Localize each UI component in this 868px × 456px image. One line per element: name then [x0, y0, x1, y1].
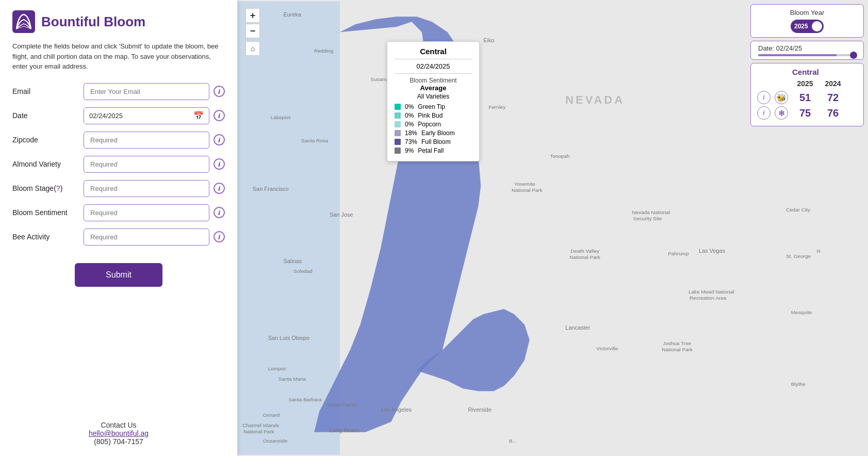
stats-bee-2025: 51	[792, 92, 818, 104]
description-text: Complete the fields below and click 'Sub…	[12, 41, 225, 72]
zoom-out-button[interactable]: −	[245, 24, 260, 38]
zoom-in-button[interactable]: +	[245, 8, 260, 23]
submit-row: Submit	[12, 263, 225, 287]
zipcode-info-icon[interactable]: i	[214, 134, 225, 145]
almond-variety-input[interactable]	[84, 156, 209, 173]
date-label: Date	[12, 111, 79, 120]
zoom-controls: + − ⌂	[245, 8, 260, 56]
email-row: Email i	[12, 83, 225, 100]
svg-text:Joshua Tree: Joshua Tree	[663, 340, 691, 346]
snowflake-icon: ❄	[775, 106, 788, 120]
stats-chill-info-icon[interactable]: i	[757, 106, 771, 120]
bee-icon: 🐝	[775, 91, 788, 104]
popup-date: 02/24/2025	[395, 62, 472, 74]
map-popup: Central 02/24/2025 Bloom Sentiment Avera…	[387, 41, 480, 161]
toggle-knob	[812, 21, 822, 31]
bloom-stage-label: Bloom Stage(?)	[12, 184, 79, 192]
bloom-stage-input[interactable]	[84, 180, 209, 197]
toggle-row: 2025	[758, 20, 856, 33]
svg-text:Lompoc: Lompoc	[268, 366, 286, 371]
bloom-sentiment-input[interactable]	[84, 204, 209, 221]
svg-text:NEVADA: NEVADA	[565, 93, 625, 106]
popup-legend: 0% Green Tip 0% Pink Bud 0% Popcorn 18% …	[395, 103, 472, 154]
stats-bee-row: i 🐝 51 72	[757, 91, 857, 104]
home-button[interactable]: ⌂	[245, 41, 260, 56]
svg-text:Lake Mead National: Lake Mead National	[689, 289, 734, 295]
legend-item: 0% Green Tip	[395, 103, 472, 110]
submit-button[interactable]: Submit	[75, 263, 162, 287]
svg-text:Channel Islands: Channel Islands	[242, 422, 279, 428]
calendar-icon[interactable]: 📅	[188, 108, 209, 124]
stats-chill-2024: 76	[820, 107, 846, 119]
stats-chill-2025: 75	[792, 107, 818, 119]
legend-pct: 9%	[405, 147, 414, 154]
svg-text:Eureka: Eureka	[283, 11, 302, 18]
svg-text:Eiko: Eiko	[483, 37, 494, 43]
contact-section: Contact Us hello@bountiful.ag (805) 704-…	[12, 421, 225, 446]
svg-text:Santa Maria: Santa Maria	[279, 376, 306, 382]
bloom-sentiment-label: Bloom Sentiment	[12, 208, 79, 217]
bloom-stage-info-icon[interactable]: i	[214, 183, 225, 194]
legend-color-swatch	[395, 121, 401, 127]
stats-year-2024: 2024	[820, 79, 846, 88]
legend-label: Green Tip	[418, 103, 445, 110]
contact-email[interactable]: hello@bountiful.ag	[89, 429, 149, 437]
svg-text:Cedar City: Cedar City	[786, 207, 810, 213]
date-slider[interactable]	[758, 54, 856, 56]
bloom-stage-question[interactable]: ?	[56, 184, 60, 192]
svg-text:Las Vegas: Las Vegas	[699, 248, 726, 254]
logo-row: Bountiful Bloom	[12, 10, 225, 33]
stats-year-2025: 2025	[792, 79, 818, 88]
legend-label: Petal Fall	[418, 147, 444, 154]
stats-box: Central 2025 2024 i 🐝 51 72 i ❄ 75 7	[750, 63, 864, 126]
svg-text:Santa Rosa: Santa Rosa	[301, 138, 328, 143]
svg-text:National Park: National Park	[662, 347, 693, 352]
bee-activity-input[interactable]	[84, 229, 209, 246]
svg-rect-3	[237, 2, 340, 455]
svg-text:Victorville: Victorville	[596, 346, 618, 351]
svg-text:National Park: National Park	[243, 429, 274, 434]
legend-pct: 0%	[405, 121, 414, 128]
legend-label: Early Bloom	[421, 129, 455, 137]
bloom-year-toggle[interactable]: 2025	[791, 20, 824, 33]
bee-activity-info-icon[interactable]: i	[214, 231, 225, 242]
date-input[interactable]	[84, 108, 188, 124]
svg-text:Redding: Redding	[314, 48, 333, 54]
bloom-stage-row: Bloom Stage(?) i	[12, 180, 225, 197]
bloom-year-box: Bloom Year 2025	[750, 4, 864, 38]
stats-header: Central	[757, 68, 857, 76]
top-right-panel: Bloom Year 2025 Date: 02/24/25 Central	[750, 4, 864, 126]
svg-text:Nevada National: Nevada National	[632, 209, 670, 215]
stats-bee-info-icon[interactable]: i	[757, 91, 771, 104]
popup-average-label: Average	[395, 84, 472, 92]
email-input[interactable]	[84, 83, 209, 100]
svg-text:Blythe: Blythe	[791, 381, 806, 387]
svg-text:Security Site: Security Site	[633, 216, 662, 221]
bloom-sentiment-info-icon[interactable]: i	[214, 207, 225, 218]
svg-text:Recreation Area: Recreation Area	[690, 295, 727, 301]
email-info-icon[interactable]: i	[214, 86, 225, 97]
svg-text:San Luis Obispo: San Luis Obispo	[268, 335, 309, 341]
svg-text:Santa Clarita: Santa Clarita	[327, 402, 357, 408]
zipcode-input[interactable]	[84, 132, 209, 149]
legend-item: 0% Popcorn	[395, 121, 472, 128]
svg-text:Oxnard: Oxnard	[263, 412, 280, 418]
legend-label: Pink Bud	[418, 112, 443, 119]
svg-text:B...: B...	[509, 438, 517, 444]
almond-variety-info-icon[interactable]: i	[214, 158, 225, 170]
zipcode-row: Zipcode i	[12, 132, 225, 149]
email-label: Email	[12, 87, 79, 95]
map-area[interactable]: Eureka Redding Susanville Eiko Lakeport …	[237, 0, 868, 456]
date-box: Date: 02/24/25	[750, 41, 864, 60]
svg-text:Fernley: Fernley	[488, 104, 505, 110]
svg-text:San Jose: San Jose	[330, 211, 353, 218]
svg-text:Santa Barbara: Santa Barbara	[288, 397, 322, 402]
bloom-year-title: Bloom Year	[758, 9, 856, 17]
logo-icon	[12, 10, 35, 33]
date-input-container: 📅	[84, 107, 209, 124]
svg-text:Riverside: Riverside	[468, 406, 492, 413]
date-info-icon[interactable]: i	[214, 110, 225, 121]
svg-text:Oceanside: Oceanside	[263, 438, 288, 444]
svg-text:Death Valley: Death Valley	[570, 248, 599, 254]
zipcode-label: Zipcode	[12, 136, 79, 144]
